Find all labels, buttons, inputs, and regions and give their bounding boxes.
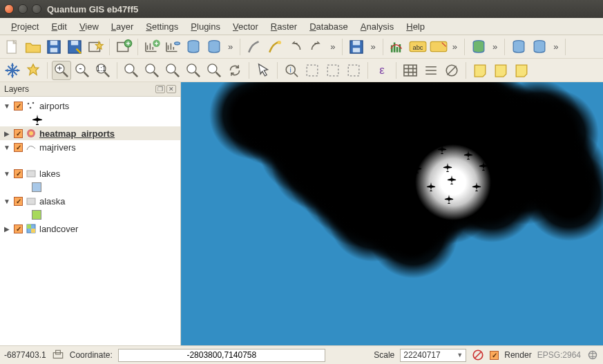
menu-raster[interactable]: Raster	[265, 19, 303, 34]
layer-visibility-checkbox[interactable]: ✓	[14, 102, 23, 111]
svg-rect-51	[31, 229, 35, 233]
panel-close-icon[interactable]: ✕	[166, 85, 176, 93]
expand-arrow-icon[interactable]: ▶	[3, 225, 11, 233]
zoom-prev-icon[interactable]	[184, 61, 203, 80]
note-del-icon[interactable]	[512, 61, 531, 80]
map-canvas[interactable]	[181, 82, 603, 345]
maximize-window-button[interactable]	[32, 4, 41, 14]
layer-visibility-checkbox[interactable]: ✓	[14, 197, 23, 206]
scale-combo[interactable]: 22240717 ▼	[400, 349, 466, 362]
content-area: Layers ❐ ✕ ▼✓airports▶✓heatmap_airports▼…	[0, 82, 603, 345]
menu-edit[interactable]: Edit	[46, 19, 72, 34]
chart-db-icon[interactable]	[163, 37, 182, 57]
menu-project[interactable]: Project	[6, 19, 44, 34]
new-layer-star-icon[interactable]	[86, 37, 105, 57]
zoom-layer-icon[interactable]	[122, 61, 141, 80]
new-layer-plus-icon[interactable]	[114, 37, 133, 57]
expand-arrow-icon[interactable]: ▶	[3, 130, 11, 137]
zoom-11-icon[interactable]: 1:1	[93, 61, 113, 80]
layer-row-landcover[interactable]: ▶✓landcover	[0, 222, 180, 236]
pan-icon[interactable]	[3, 61, 22, 80]
crs-button-icon[interactable]	[586, 349, 599, 361]
airport-point-icon	[549, 129, 559, 139]
airport-point-icon	[349, 155, 358, 165]
toolbar-overflow-icon[interactable]: »	[225, 41, 236, 52]
new-doc-icon[interactable]	[3, 37, 22, 57]
toolbar-overflow-icon[interactable]: »	[490, 41, 500, 52]
layer-symbol-row	[0, 208, 180, 222]
expand-arrow-icon[interactable]: ▼	[3, 198, 11, 205]
expand-arrow-icon[interactable]: ▼	[3, 170, 11, 178]
layer-visibility-checkbox[interactable]: ✓	[14, 169, 23, 178]
stop-render-icon[interactable]	[472, 349, 484, 361]
close-window-button[interactable]	[4, 4, 14, 14]
null-icon[interactable]	[442, 61, 461, 80]
list-icon[interactable]	[421, 61, 441, 80]
redo-icon[interactable]	[307, 37, 326, 57]
menu-view[interactable]: View	[74, 19, 104, 34]
airport-point-icon	[419, 205, 429, 215]
expand-arrow-icon[interactable]: ▼	[3, 102, 11, 110]
select-rect-icon[interactable]	[323, 61, 343, 80]
zoom-in-icon[interactable]: +	[52, 61, 71, 80]
toolbar-overflow-icon[interactable]: »	[551, 41, 561, 52]
menu-help[interactable]: Help	[401, 19, 430, 34]
undo-icon[interactable]	[286, 37, 305, 57]
brush-fx-icon[interactable]	[265, 37, 285, 57]
brush-icon[interactable]	[245, 37, 264, 57]
render-checkbox[interactable]: ✓	[490, 351, 499, 360]
zoom-next-icon[interactable]	[204, 61, 224, 80]
expand-arrow-icon[interactable]: ▼	[3, 144, 11, 151]
layer-row-alaska[interactable]: ▼✓alaska	[0, 194, 180, 208]
menu-layer[interactable]: Layer	[106, 19, 140, 34]
pan-select-icon[interactable]	[23, 61, 43, 80]
panel-undock-icon[interactable]: ❐	[155, 85, 165, 93]
menu-plugins[interactable]: Plugins	[185, 19, 226, 34]
layers-tree[interactable]: ▼✓airports▶✓heatmap_airports▼✓majrivers▼…	[0, 97, 180, 345]
pointer-icon[interactable]	[253, 61, 273, 80]
refresh-icon[interactable]	[225, 61, 245, 80]
save-icon[interactable]	[44, 37, 64, 57]
layer-row-heatmap_airports[interactable]: ▶✓heatmap_airports	[0, 126, 180, 140]
db-tool3-icon[interactable]	[530, 37, 549, 57]
menu-settings[interactable]: Settings	[140, 19, 184, 34]
select-attrs-icon[interactable]	[344, 61, 363, 80]
note-yellow-icon[interactable]	[470, 61, 490, 80]
minimize-window-button[interactable]	[18, 4, 28, 14]
zoom-sel-icon[interactable]	[163, 61, 182, 80]
menu-analysis[interactable]: Analysis	[355, 19, 399, 34]
chart-plus-icon[interactable]	[142, 37, 162, 57]
histogram-icon[interactable]	[387, 37, 407, 57]
db-plus-icon[interactable]	[184, 37, 203, 57]
layer-visibility-checkbox[interactable]: ✓	[14, 224, 23, 233]
help-lifesaver-icon[interactable]	[347, 37, 366, 57]
coordinate-input[interactable]	[118, 349, 325, 362]
db-green-icon[interactable]	[469, 37, 488, 57]
toolbar-overflow-icon[interactable]: »	[367, 41, 378, 52]
open-folder-icon[interactable]	[23, 37, 43, 57]
zoom-ext-icon[interactable]	[142, 61, 162, 80]
deselect-icon[interactable]	[303, 61, 322, 80]
airport-point-icon	[513, 128, 523, 137]
layers-panel-header: Layers ❐ ✕	[0, 82, 180, 97]
layer-row-airports[interactable]: ▼✓airports	[0, 99, 180, 113]
layer-visibility-checkbox[interactable]: ✓	[14, 143, 23, 152]
label-fx-icon[interactable]	[429, 37, 448, 57]
table-icon[interactable]	[401, 61, 420, 80]
label-abc-icon[interactable]: abc	[408, 37, 428, 57]
note-move-icon[interactable]	[491, 61, 510, 80]
layer-visibility-checkbox[interactable]: ✓	[14, 129, 23, 138]
zoom-out-icon[interactable]: -	[73, 61, 92, 80]
epsilon-icon[interactable]: ε	[372, 61, 392, 80]
db-tool2-icon[interactable]	[509, 37, 528, 57]
toolbar-overflow-icon[interactable]: »	[450, 41, 460, 52]
save-edits-icon[interactable]	[65, 37, 84, 57]
extent-toggle-icon[interactable]	[52, 349, 64, 361]
identify-icon[interactable]: i	[282, 61, 301, 80]
menu-vector[interactable]: Vector	[227, 19, 264, 34]
menu-database[interactable]: Database	[304, 19, 354, 34]
toolbar-overflow-icon[interactable]: »	[327, 41, 338, 52]
db-server-icon[interactable]	[204, 37, 224, 57]
layer-row-majrivers[interactable]: ▼✓majrivers	[0, 140, 180, 154]
layer-row-lakes[interactable]: ▼✓lakes	[0, 166, 180, 180]
